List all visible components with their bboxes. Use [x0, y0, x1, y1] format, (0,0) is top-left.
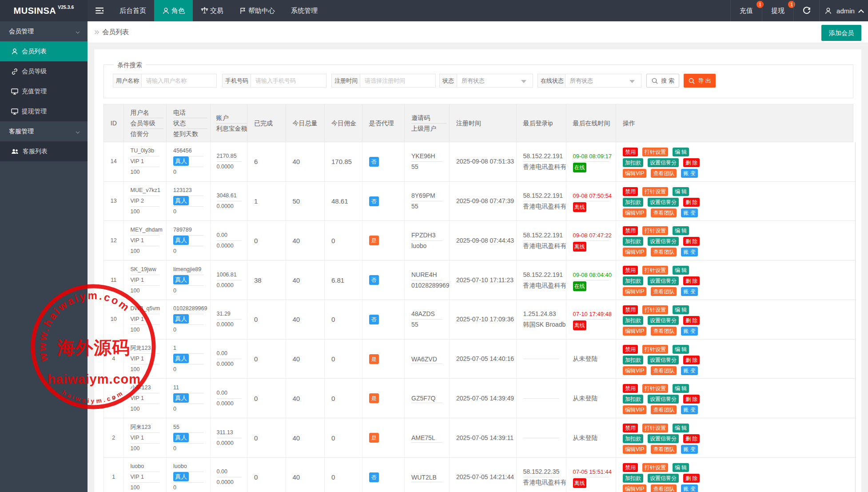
svg-text:海外源码: 海外源码 [57, 338, 130, 357]
svg-text:haiwaiym.com: haiwaiym.com [48, 372, 141, 386]
